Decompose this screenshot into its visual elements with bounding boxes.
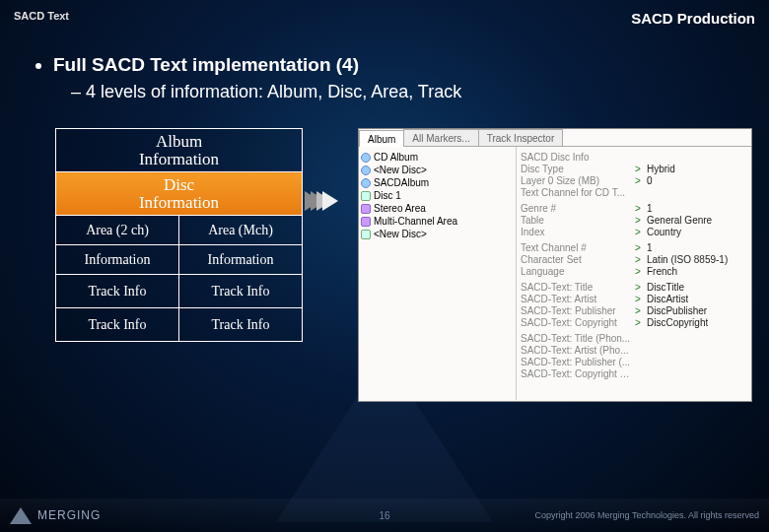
cell-track: Track Info (179, 308, 303, 342)
property-row[interactable]: SACD-Text: Publisher>DiscPublisher (521, 304, 747, 316)
cd-icon (361, 153, 371, 163)
property-row[interactable]: SACD-Text: Title (Phon... (521, 332, 747, 344)
tree-item-label: Multi-Channel Area (374, 216, 457, 227)
brand-text: MERGING (37, 508, 101, 522)
property-row[interactable]: Text Channel for CD T... (521, 186, 747, 198)
bullet-main-text: Full SACD Text implementation (4) (53, 54, 359, 75)
disc-icon (361, 230, 371, 239)
tree-item[interactable]: CD Album (361, 151, 514, 164)
cell-info-right: Information (179, 245, 303, 275)
property-key: Index (521, 227, 631, 237)
chevron-right-icon: > (635, 254, 643, 265)
header-left: SACD Text (14, 10, 69, 27)
properties-list[interactable]: SACD Disc InfoDisc Type>HybridLayer 0 Si… (517, 147, 751, 400)
chevron-right-icon: > (635, 175, 643, 186)
tree-item[interactable]: Stereo Area (361, 202, 514, 215)
page-number: 16 (379, 510, 389, 521)
brand-logo: MERGING (10, 507, 101, 524)
property-value: 1 (647, 203, 653, 214)
property-row[interactable]: Layer 0 Size (MB)>0 (521, 174, 747, 186)
album-tree[interactable]: CD Album<New Disc>SACDAlbumDisc 1Stereo … (359, 147, 517, 400)
property-value: 1 (647, 242, 653, 253)
tree-item-label: CD Album (374, 152, 418, 163)
chevron-right-icon (635, 357, 643, 367)
property-row[interactable]: SACD-Text: Artist (Pho... (521, 344, 747, 356)
tree-item[interactable]: <New Disc> (361, 164, 514, 176)
property-key: SACD-Text: Artist (Pho... (521, 345, 631, 356)
property-row[interactable]: SACD-Text: Artist>DiscArtist (521, 293, 747, 304)
copyright-text: Copyright 2006 Merging Technologies. All… (535, 510, 759, 520)
property-row[interactable]: Character Set>Latin (ISO 8859-1) (521, 253, 747, 265)
property-key: SACD-Text: Publisher (... (521, 357, 631, 367)
property-row[interactable]: SACD-Text: Title>DiscTitle (521, 281, 747, 293)
tree-item-label: Stereo Area (374, 203, 426, 214)
property-row[interactable]: SACD-Text: Copyright>DiscCopyright (521, 316, 747, 328)
property-key: SACD-Text: Copyright (521, 317, 631, 328)
property-key: Text Channel for CD T... (521, 187, 631, 198)
cell-album: Album Information (56, 129, 303, 172)
cell-area-2ch: Area (2 ch) (56, 216, 179, 245)
hierarchy-table: Album Information Disc Information Area … (55, 128, 303, 342)
property-key: Table (521, 215, 631, 226)
property-row[interactable]: SACD-Text: Publisher (... (521, 356, 747, 367)
property-row[interactable]: Genre #>1 (521, 202, 747, 214)
property-key: Disc Type (521, 164, 631, 174)
header-right: SACD Production (631, 10, 755, 27)
chevron-right-icon (635, 345, 643, 356)
property-value: French (647, 266, 677, 277)
chevron-right-icon: > (635, 203, 643, 214)
property-key: SACD-Text: Publisher (521, 305, 631, 316)
property-row[interactable]: Index>Country (521, 226, 747, 237)
property-value: DiscArtist (647, 294, 688, 304)
property-key: Text Channel # (521, 242, 631, 253)
cd-icon (361, 178, 371, 188)
property-row[interactable]: Table>General Genre (521, 214, 747, 226)
property-row[interactable]: Language>French (521, 265, 747, 277)
chevron-right-icon: > (635, 242, 643, 253)
chevron-right-icon: > (635, 305, 643, 316)
chevron-right-icon: > (635, 266, 643, 277)
content-row: Album Information Disc Information Area … (0, 102, 769, 402)
tree-item[interactable]: Disc 1 (361, 189, 514, 202)
chevron-right-icon: > (635, 282, 643, 293)
bullet-sub: 4 levels of information: Album, Disc, Ar… (71, 82, 769, 102)
chevron-right-icon: > (635, 227, 643, 237)
property-key: Genre # (521, 203, 631, 214)
property-value: 0 (647, 175, 653, 186)
property-key: SACD-Text: Title (Phon... (521, 333, 631, 344)
tree-item[interactable]: Multi-Channel Area (361, 215, 514, 228)
chevron-right-icon: > (635, 317, 643, 328)
bullet-dot-icon (35, 63, 41, 69)
tree-item-label: Disc 1 (374, 190, 401, 201)
area-icon (361, 204, 371, 214)
property-value: General Genre (647, 215, 712, 226)
property-row[interactable]: SACD Disc Info (521, 151, 747, 163)
chevron-right-icon: > (635, 215, 643, 226)
chevron-right-icon (635, 333, 643, 344)
cd-icon (361, 166, 371, 175)
tab-all-markers[interactable]: All Markers... (403, 129, 478, 146)
property-value: DiscPublisher (647, 305, 707, 316)
tree-item-label: <New Disc> (374, 229, 427, 239)
slide-footer: MERGING 16 Copyright 2006 Merging Techno… (0, 499, 769, 532)
disc-icon (361, 191, 371, 201)
bullet-area: Full SACD Text implementation (4) 4 leve… (0, 31, 769, 102)
tree-item-label: SACDAlbum (374, 177, 429, 188)
tree-item-label: <New Disc> (374, 165, 427, 175)
slide-header: SACD Text SACD Production (0, 0, 769, 31)
property-row[interactable]: Text Channel #>1 (521, 241, 747, 253)
tree-item[interactable]: SACDAlbum (361, 176, 514, 189)
chevron-right-icon: > (635, 164, 643, 174)
chevron-right-icon (635, 187, 643, 198)
property-value: DiscTitle (647, 282, 684, 293)
properties-panel: Album All Markers... Track Inspector CD … (358, 128, 752, 402)
property-key: Layer 0 Size (MB) (521, 175, 631, 186)
property-row[interactable]: Disc Type>Hybrid (521, 163, 747, 174)
tab-bar: Album All Markers... Track Inspector (359, 129, 751, 147)
cell-area-mch: Area (Mch) (179, 216, 303, 245)
tab-track-inspector[interactable]: Track Inspector (478, 129, 564, 146)
cell-info-left: Information (56, 245, 179, 275)
tab-album[interactable]: Album (359, 130, 404, 147)
property-row[interactable]: SACD-Text: Copyright (... (521, 367, 747, 379)
tree-item[interactable]: <New Disc> (361, 228, 514, 240)
